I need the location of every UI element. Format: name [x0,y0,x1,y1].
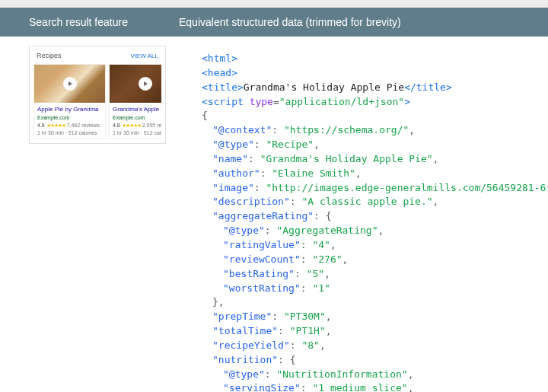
json-str: "Elaine Smith" [272,167,355,179]
code-punct: : [295,268,307,279]
star-icons: ★★★★★ [122,123,141,129]
json-str: "PT1H" [290,325,326,336]
json-key: "ratingValue" [223,239,301,250]
json-str: "NutritionInformation" [276,368,407,380]
json-str: "276" [312,253,342,265]
code-punct: : [301,239,313,250]
code-punct: : [260,167,272,179]
json-key: "prepTime" [212,311,272,322]
code-punct: : [254,139,266,150]
json-str: "1" [312,282,330,294]
json-key: "aggregateRating" [212,210,314,221]
code-attr: type [250,96,273,107]
json-str: "8" [301,339,319,351]
json-str: "Recipe" [266,139,314,150]
review-count: 2,055 re [142,123,161,128]
code-punct: , [408,368,414,380]
header-col-feature: Search result feature [0,16,175,28]
code-punct: , [342,253,349,265]
json-key: "@type" [223,225,265,236]
code-tag: </title> [404,81,452,93]
recipe-meta: 1 hr 30 min · 512 calories [113,130,161,135]
code-punct: : [290,196,302,207]
code-punct: , [433,196,439,207]
code-punct: , [355,167,362,179]
recipe-card[interactable]: Grandma's Apple P Example.com 4.8 ★★★★★ … [109,64,161,139]
rating-value: 4.8 [37,123,45,128]
recipe-site: Example.com [113,115,161,120]
code-tag: <script [202,96,244,107]
play-icon[interactable] [63,77,77,91]
recipe-rating: 4.8 ★★★★★ 7,462 reviews [37,123,102,129]
json-str: "1 medium slice" [312,382,407,392]
json-str: "A classic apple pie." [301,196,432,207]
play-icon[interactable] [139,77,152,91]
code-punct: , [378,225,384,236]
table-header: Search result feature Equivalent structu… [0,8,548,37]
code-punct: : [301,253,313,265]
carousel-label: Recipes [37,52,62,59]
code-attr-val: "application/ld+json" [279,96,404,107]
code-punct: : [254,182,266,193]
recipe-meta: 1 hr 30 min · 512 calories [37,130,102,135]
json-key: "servingSize" [223,382,301,392]
recipe-thumbnail [34,65,105,103]
recipe-thumbnail [110,65,161,103]
json-key: "@context" [212,124,272,135]
recipe-title[interactable]: Apple Pie by Grandma [37,106,102,113]
code-punct: : [290,339,302,351]
code-punct: : { [314,210,331,221]
top-bar [0,0,548,8]
recipe-carousel-preview: Recipes VIEW ALL Apple Pie by Grandma Ex… [29,46,166,144]
star-icons: ★★★★★ [46,123,65,129]
json-key: "name" [212,153,248,164]
code-punct: , [408,382,414,392]
search-result-preview-pane: Recipes VIEW ALL Apple Pie by Grandma Ex… [0,37,175,392]
code-punct: }, [212,296,225,308]
json-key: "worstRating" [223,282,301,294]
code-punct: = [273,96,279,107]
code-punct: : [272,124,284,135]
json-str: "AggregateRating" [276,225,378,236]
code-punct: : [265,225,277,236]
code-punct: , [324,268,330,279]
code-punct: : { [278,354,295,365]
code-punct: : [301,282,313,294]
json-key: "description" [212,196,290,207]
code-punct: : [265,368,277,380]
content-row: Recipes VIEW ALL Apple Pie by Grandma Ex… [0,37,548,392]
header-col-structured-data: Equivalent structured data (trimmed for … [175,16,548,28]
json-key: "author" [212,167,260,179]
code-tag: <html> [202,53,237,64]
recipe-rating: 4.8 ★★★★★ 2,055 re [113,123,161,129]
json-key: "@type" [212,139,254,150]
recipe-site: Example.com [37,115,102,120]
code-text: Grandma's Holiday Apple Pie [244,81,404,93]
code-punct: , [326,325,332,336]
code-punct: : [248,153,260,164]
json-str: "https://schema.org/" [284,124,409,135]
json-key: "image" [212,182,254,193]
code-punct: , [433,153,439,164]
rating-value: 4.8 [113,123,120,128]
review-count: 7,462 reviews [67,123,100,128]
json-key: "recipeYield" [212,339,290,351]
json-str: "PT30M" [284,311,326,322]
code-block: <html> <head> <title>Grandma's Holiday A… [175,37,548,392]
json-str: "http://images.edge-generalmills.com/564… [266,182,548,193]
code-tag: <title> [202,81,244,93]
code-punct: : [301,382,313,392]
code-punct: , [314,139,320,150]
json-key: "bestRating" [223,268,295,279]
json-key: "@type" [223,368,265,380]
view-all-link[interactable]: VIEW ALL [131,53,158,59]
code-punct: , [409,124,415,135]
json-str: "5" [307,268,324,279]
json-str: "4" [312,239,330,250]
recipe-title[interactable]: Grandma's Apple P [113,106,161,113]
code-punct: : [278,325,290,336]
code-tag: <head> [202,67,237,78]
json-key: "reviewCount" [223,253,301,265]
json-key: "totalTime" [212,325,278,336]
recipe-card[interactable]: Apple Pie by Grandma Example.com 4.8 ★★★… [33,64,106,139]
